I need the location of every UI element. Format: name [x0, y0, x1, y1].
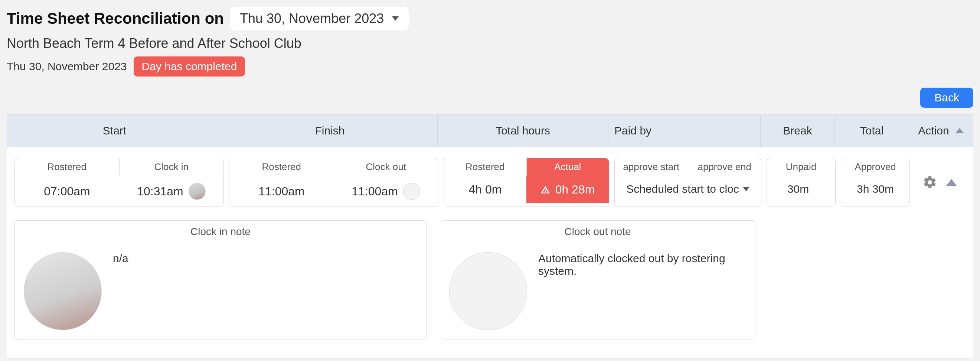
approved-cell: Approved 3h 30m — [841, 158, 910, 207]
date-selector-value: Thu 30, November 2023 — [240, 11, 384, 26]
start-rostered-label: Rostered — [15, 158, 119, 176]
finish-clockout-label: Clock out — [334, 158, 438, 176]
total-hours-cell: Rostered Actual 4h 0m 0h 28m — [444, 158, 609, 207]
approve-start-label: approve start — [615, 158, 688, 176]
clock-in-note-text: n/a — [113, 252, 417, 330]
approve-end-label: approve end — [688, 158, 761, 176]
clock-in-note: Clock in note n/a — [14, 220, 426, 339]
paid-by-value: Scheduled start to cloc — [626, 183, 739, 195]
gear-icon[interactable] — [923, 175, 937, 190]
col-finish: Finish — [222, 115, 438, 147]
col-total: Total — [835, 115, 909, 147]
finish-clockout-value: 11:00am — [334, 176, 438, 206]
chevron-up-icon[interactable] — [946, 179, 957, 186]
totalhours-rostered-label: Rostered — [444, 158, 527, 176]
row-actions — [915, 158, 966, 207]
clockout-avatar[interactable] — [403, 183, 420, 200]
clock-out-note: Clock out note Automatically clocked out… — [440, 220, 756, 339]
col-total-hours: Total hours — [438, 115, 608, 147]
actual-hours-text: 0h 28m — [555, 183, 595, 196]
col-action: Action — [909, 115, 973, 147]
break-label: Unpaid — [767, 158, 835, 176]
totalhours-actual-label: Actual — [527, 158, 609, 176]
timesheet-table: Start Finish Total hours Paid by Break T… — [7, 114, 973, 358]
totalhours-rostered-value: 4h 0m — [444, 176, 527, 203]
totalhours-actual-value: 0h 28m — [527, 176, 609, 203]
clockin-time: 10:31am — [137, 185, 183, 198]
clock-out-note-text: Automatically clocked out by rostering s… — [538, 252, 746, 330]
approved-label: Approved — [841, 158, 910, 176]
start-clockin-value: 10:31am — [119, 176, 223, 206]
break-select[interactable]: 30m — [767, 176, 835, 202]
start-cell: Rostered Clock in 07:00am 10:31am — [14, 158, 224, 207]
table-row: Rostered Clock in 07:00am 10:31am Roster… — [14, 158, 966, 207]
finish-rostered-label: Rostered — [229, 158, 334, 176]
col-break: Break — [760, 115, 835, 147]
warning-icon — [541, 185, 550, 195]
clockin-avatar[interactable] — [189, 183, 206, 200]
col-start: Start — [7, 115, 222, 147]
col-paid-by: Paid by — [608, 115, 760, 147]
clock-in-note-heading: Clock in note — [15, 220, 426, 243]
clock-in-avatar — [24, 252, 102, 330]
start-clockin-label: Clock in — [119, 158, 224, 176]
date-selector[interactable]: Thu 30, November 2023 — [230, 7, 409, 30]
clockout-time: 11:00am — [352, 185, 398, 198]
approved-value: 3h 30m — [841, 176, 910, 202]
paid-by-cell: approve start approve end Scheduled star… — [614, 158, 761, 207]
chevron-down-icon — [743, 187, 749, 191]
clock-out-avatar — [449, 252, 527, 330]
finish-cell: Rostered Clock out 11:00am 11:00am — [229, 158, 438, 207]
day-status-badge: Day has completed — [134, 56, 245, 77]
paid-by-select[interactable]: Scheduled start to cloc — [615, 176, 761, 202]
page-title: Time Sheet Reconciliation on — [7, 10, 224, 27]
chevron-up-icon[interactable] — [955, 128, 964, 133]
break-value: 30m — [788, 183, 809, 195]
finish-rostered-value: 11:00am — [229, 176, 334, 206]
col-action-label: Action — [918, 125, 949, 137]
date-text: Thu 30, November 2023 — [7, 60, 127, 73]
clock-out-note-heading: Clock out note — [440, 220, 755, 243]
program-name: North Beach Term 4 Before and After Scho… — [7, 36, 973, 51]
break-cell: Unpaid 30m — [767, 158, 835, 207]
back-button[interactable]: Back — [920, 88, 973, 108]
start-rostered-value: 07:00am — [15, 176, 119, 206]
chevron-down-icon — [392, 16, 399, 21]
table-header: Start Finish Total hours Paid by Break T… — [7, 115, 973, 147]
